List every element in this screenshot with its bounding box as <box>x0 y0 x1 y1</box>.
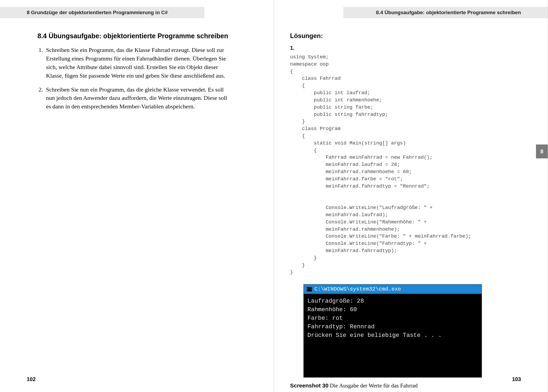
cmd-title-text: C:\WINDOWS\system32\cmd.exe <box>314 286 401 292</box>
task-item: Schreiben Sie nun ein Programm, das die … <box>44 85 230 111</box>
running-header-left: 8 Grundzüge der objektorientierten Progr… <box>0 7 204 18</box>
chapter-thumb-tab: 8 <box>536 144 548 158</box>
cmd-window: C:\ C:\WINDOWS\system32\cmd.exe Laufradg… <box>303 284 482 377</box>
content-column-left: 8.4 Übungsaufgabe: objektorientierte Pro… <box>37 32 230 116</box>
code-listing: using System; namespace oop { class Fahr… <box>290 54 483 276</box>
task-list: Schreiben Sie ein Programm, das die Klas… <box>37 46 230 111</box>
solution-number: 1. <box>290 45 483 51</box>
section-title: 8.4 Übungsaufgabe: objektorientierte Pro… <box>37 32 230 40</box>
page-right: 8.4 Übungsaufgabe: objektorientierte Pro… <box>274 0 548 392</box>
solutions-heading: Lösungen: <box>290 32 483 40</box>
page-number: 102 <box>27 376 36 382</box>
caption-label: Screenshot 30 <box>290 382 329 389</box>
task-item: Schreiben Sie ein Programm, das die Klas… <box>44 46 230 80</box>
cmd-icon: C:\ <box>306 287 312 292</box>
content-column-right: Lösungen: 1. using System; namespace oop… <box>290 32 483 389</box>
figure-caption: Screenshot 30 Die Ausgabe der Werte für … <box>290 382 483 389</box>
page-left: 8 Grundzüge der objektorientierten Progr… <box>0 0 274 392</box>
page-number: 103 <box>512 376 521 382</box>
caption-text: Die Ausgabe der Werte für das Fahrrad <box>329 382 418 389</box>
running-header-right: 8.4 Übungsaufgabe: objektorientierte Pro… <box>343 7 548 18</box>
cmd-output: Laufradgröße: 28 Rahmenhöhe: 60 Farbe: r… <box>304 294 482 377</box>
cmd-titlebar: C:\ C:\WINDOWS\system32\cmd.exe <box>304 284 482 294</box>
